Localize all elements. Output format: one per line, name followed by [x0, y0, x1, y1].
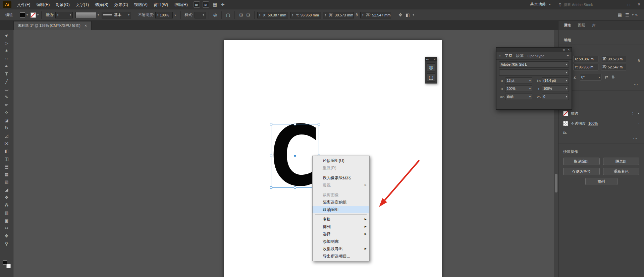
tab-character[interactable]: 字符 [505, 53, 512, 58]
select-similar-icon[interactable]: ▢ [226, 12, 230, 17]
constrain-link-icon[interactable]: ∞ [637, 59, 642, 62]
tab-paragraph[interactable]: 段落 [516, 53, 524, 58]
selection-handle[interactable] [270, 123, 272, 125]
stepper-icon[interactable]: ▲▼ [57, 13, 59, 17]
document-tab[interactable]: 未标题-1* @ 126% (CMYK/GPU 预览) ✕ [13, 21, 92, 30]
font-size-select[interactable]: 12 pt ▾ [505, 77, 532, 84]
isolate-group-button[interactable]: 隔离组 [603, 158, 640, 165]
chevron-down-icon[interactable]: ▾ [529, 95, 531, 98]
constrain-link-icon[interactable]: ∞ [355, 13, 360, 16]
tab-libraries[interactable]: 库 [592, 23, 596, 28]
stepper-icon[interactable]: ▲▼ [632, 112, 634, 115]
close-button[interactable]: ✕ [634, 0, 644, 9]
x-field[interactable]: X: 59.387 m [573, 56, 598, 62]
scale-tool[interactable]: ◿ [2, 132, 12, 140]
chevron-down-icon[interactable]: ▾ [128, 13, 129, 16]
chevron-down-icon[interactable]: ▾ [413, 13, 414, 16]
chevron-down-icon[interactable]: ▾ [98, 13, 99, 16]
maximize-button[interactable]: □ [624, 0, 634, 9]
width-tool[interactable]: ⋈ [2, 140, 12, 147]
zoom-tool[interactable]: ⚲ [2, 240, 12, 247]
column-graph-tool[interactable]: ▥ [2, 209, 12, 217]
recolor-button[interactable]: 重新着色 [603, 168, 640, 175]
lasso-tool[interactable]: ◌ [2, 55, 12, 62]
context-menu-item[interactable]: 还原编组(U) [313, 157, 369, 164]
save-as-symbol-button[interactable]: 存储为符号 [563, 168, 600, 175]
context-menu-item[interactable]: 选择 ▶ [313, 230, 369, 238]
width-field[interactable]: ▲▼ 宽: 39.573 mm [323, 12, 354, 18]
eraser-tool[interactable]: ◪ [2, 116, 12, 124]
flip-vertical-icon[interactable]: ⇅ [611, 75, 615, 79]
leading-select[interactable]: (14.4 pt) ▾ [542, 77, 569, 84]
collapse-icon[interactable]: ◂◂ [562, 48, 565, 51]
hand-tool[interactable]: ✥ [2, 232, 12, 240]
chevron-down-icon[interactable]: ▾ [26, 13, 28, 16]
brush-definition-select[interactable] [75, 12, 96, 18]
chevron-down-icon[interactable]: ▾ [566, 79, 567, 82]
pen-tool[interactable]: ✒ [2, 62, 12, 70]
floating-mini-panel[interactable]: ▸▸ ✕ ◍ ▢ [425, 57, 437, 84]
flip-horizontal-icon[interactable]: ⇄ [605, 75, 608, 79]
height-field[interactable]: 高: 52.547 m [601, 64, 626, 70]
opacity-field[interactable]: ▲▼ 100% [155, 12, 173, 18]
panel-menu-icon[interactable]: ≡ [567, 54, 569, 58]
chevron-down-icon[interactable]: ▾ [566, 95, 567, 98]
ungroup-button[interactable]: 取消编组 [563, 158, 600, 165]
chevron-down-icon[interactable]: ▾ [529, 79, 531, 82]
line-segment-tool[interactable]: ╱ [2, 78, 12, 86]
arrange-documents-icon[interactable]: ▦ [213, 2, 217, 7]
close-icon[interactable]: ✕ [85, 24, 87, 27]
recolor-artwork-icon[interactable]: ◎ [213, 12, 217, 17]
more-options-icon[interactable]: ⋯ [563, 134, 639, 141]
free-transform-tool[interactable]: ◧ [2, 147, 12, 155]
opacity-options-icon[interactable]: › [174, 12, 176, 17]
tracking-select[interactable]: 0 ▾ [542, 94, 569, 100]
selection-handle[interactable] [270, 155, 272, 157]
menubar-item[interactable]: 文件(F) [14, 0, 33, 9]
effects-button[interactable]: fx. [563, 130, 639, 134]
free-transform-icon[interactable]: ✥ [398, 12, 402, 17]
stepper-icon[interactable]: ▲▼ [157, 13, 159, 17]
selection-handle[interactable] [294, 123, 296, 125]
magic-wand-tool[interactable]: ✶ [2, 47, 12, 55]
y-field[interactable]: ▲▼ Y: 96.958 mm [290, 12, 321, 18]
gradient-tool[interactable]: ▧ [2, 178, 12, 186]
tab-layers[interactable]: 图层 [578, 23, 585, 28]
chevron-down-icon[interactable]: ▾ [599, 76, 600, 79]
menubar-item[interactable]: 窗口(W) [151, 0, 171, 9]
distribute-icon[interactable]: ⊟ [246, 12, 250, 17]
selection-bounding-box[interactable] [271, 124, 319, 188]
context-menu-item[interactable]: 透视 ▶ [313, 181, 369, 189]
angle-field[interactable]: 0° ▾ [580, 74, 601, 80]
selection-handle[interactable] [318, 123, 320, 125]
context-menu-item[interactable]: 变换 ▶ [313, 216, 369, 223]
chevron-down-icon[interactable]: ▾ [632, 13, 634, 16]
stepper-icon[interactable]: ▲▼ [362, 13, 364, 17]
artboard-tool[interactable]: ▣ [2, 217, 12, 224]
context-menu-item[interactable]: 设为像素级优化 [313, 174, 369, 181]
stroke-weight-select[interactable]: ▲▼ ▾ [55, 12, 73, 18]
slice-tool[interactable]: ✂ [2, 224, 12, 232]
width-profile-select[interactable]: 基本 ▾ [102, 12, 131, 18]
mesh-tool[interactable]: ▦ [2, 170, 12, 178]
horizontal-scale-select[interactable]: 100% ▾ [542, 86, 569, 92]
context-menu-item[interactable]: 取消编组 [313, 206, 369, 213]
tab-opentype[interactable]: OpenType [528, 54, 545, 58]
collapse-icon[interactable]: ▸▸ [426, 58, 429, 61]
selection-handle[interactable] [294, 186, 296, 189]
pencil-tool[interactable]: ✏ [2, 101, 12, 109]
opacity-swatch[interactable] [563, 121, 568, 126]
blend-tool[interactable]: ❖ [2, 193, 12, 201]
align-icon[interactable]: ⊞ [239, 12, 243, 17]
context-menu-item[interactable]: 隔离选定的组 [313, 199, 369, 206]
close-icon[interactable]: ✕ [434, 58, 436, 61]
stepper-icon[interactable]: ▲▼ [292, 13, 293, 17]
rectangle-tool[interactable]: ▭ [2, 86, 12, 93]
draw-mode-icon[interactable]: ▢ [427, 73, 435, 81]
style-select[interactable]: ▾ [195, 12, 206, 18]
stepper-icon[interactable]: ▲▼ [325, 13, 326, 17]
chevron-down-icon[interactable]: ▾ [203, 13, 204, 16]
stock-badge[interactable]: St [203, 1, 209, 8]
selection-tool[interactable]: ➤ [2, 32, 12, 39]
chevron-down-icon[interactable]: ▾ [566, 63, 567, 66]
